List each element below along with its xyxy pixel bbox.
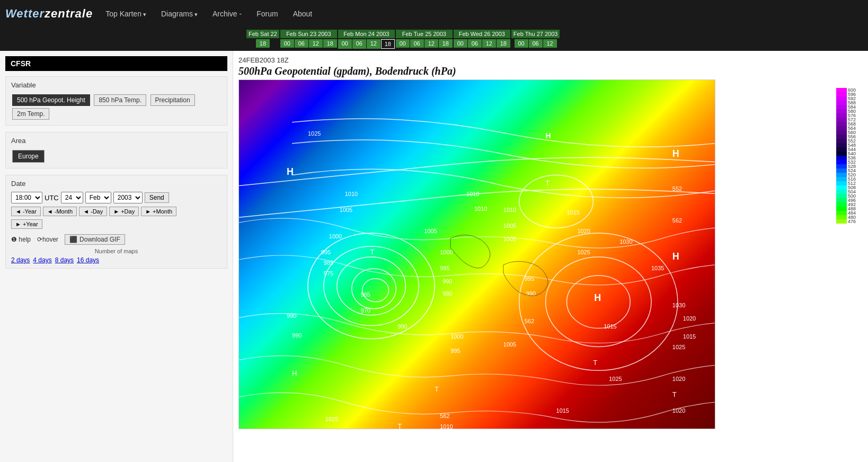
gif-icon: ⬛ bbox=[69, 236, 77, 243]
legend-color-swatch bbox=[836, 113, 847, 118]
date-section: Date 18:00 00:00 06:00 12:00 UTC 24 Feb … bbox=[5, 175, 227, 269]
8days-button[interactable]: 8 days bbox=[55, 256, 74, 264]
var-500hpa[interactable]: 500 hPa Geopot. Height bbox=[12, 94, 90, 106]
svg-text:990: 990 bbox=[442, 278, 452, 285]
timeline-hour[interactable]: 06 bbox=[352, 39, 366, 49]
timeline-hour[interactable]: 18 bbox=[497, 39, 510, 48]
timeline-hour[interactable]: 12 bbox=[424, 39, 438, 48]
var-precipitation[interactable]: Precipitation bbox=[150, 94, 195, 106]
prev-month-button[interactable]: ◄ -Month bbox=[43, 207, 77, 216]
day-select[interactable]: 24 bbox=[61, 192, 83, 203]
prev-day-button[interactable]: ◄ -Day bbox=[79, 207, 107, 216]
timeline-group: Feb Sat 2218 bbox=[246, 30, 279, 48]
nav-about[interactable]: About bbox=[286, 6, 320, 21]
legend-color-swatch bbox=[836, 198, 847, 202]
svg-text:1010: 1010 bbox=[466, 191, 479, 197]
svg-text:1015: 1015 bbox=[566, 209, 579, 216]
year-select[interactable]: 2003 bbox=[113, 192, 143, 203]
content-area: 24FEB2003 18Z 500hPa Geopotential (gpdam… bbox=[233, 51, 868, 462]
num-maps-label: Number of maps bbox=[11, 248, 222, 254]
time-select[interactable]: 18:00 00:00 06:00 12:00 bbox=[11, 192, 42, 203]
svg-text:1015: 1015 bbox=[683, 334, 696, 340]
area-section-title: Area bbox=[11, 137, 222, 145]
var-850hpa[interactable]: 850 hPa Temp. bbox=[94, 94, 146, 106]
month-select[interactable]: Feb bbox=[85, 192, 111, 203]
date-row: 18:00 00:00 06:00 12:00 UTC 24 Feb 2003 … bbox=[11, 192, 222, 203]
svg-text:970: 970 bbox=[361, 307, 370, 314]
timeline-date-label: Feb Tue 25 2003 bbox=[396, 30, 453, 38]
legend-color-swatch bbox=[836, 185, 847, 190]
nav-diagrams[interactable]: Diagrams bbox=[154, 6, 205, 21]
timeline-hour[interactable]: 00 bbox=[515, 39, 528, 48]
legend-color-swatch bbox=[836, 156, 847, 160]
legend-color-swatch bbox=[836, 109, 847, 113]
legend-value-label: 476 bbox=[848, 219, 856, 224]
timeline-hour[interactable]: 06 bbox=[529, 39, 543, 48]
weather-map[interactable]: T 965 970 H T bbox=[238, 79, 715, 429]
legend-color-swatch bbox=[836, 101, 847, 105]
svg-text:1010: 1010 bbox=[345, 191, 358, 197]
svg-text:995: 995 bbox=[440, 265, 449, 271]
timeline-hour[interactable]: 18 bbox=[256, 39, 270, 48]
timeline-hour[interactable]: 06 bbox=[410, 39, 424, 48]
next-year-button[interactable]: ► +Year bbox=[11, 219, 42, 229]
days-row: 2 days 4 days 8 days 16 days bbox=[11, 256, 222, 264]
legend-color-swatch bbox=[836, 181, 847, 185]
legend-color-swatch bbox=[836, 211, 847, 215]
download-gif-label: Download GIF bbox=[79, 236, 120, 243]
nav-buttons-row: ◄ -Year ◄ -Month ◄ -Day ► +Day ► +Month bbox=[11, 207, 222, 216]
4days-button[interactable]: 4 days bbox=[33, 256, 51, 264]
timeline-hour[interactable]: 12 bbox=[367, 39, 380, 49]
nav-forum[interactable]: Forum bbox=[249, 6, 285, 21]
next-month-button[interactable]: ► +Month bbox=[141, 207, 176, 216]
timeline-hour[interactable]: 06 bbox=[468, 39, 482, 48]
timeline-hour[interactable]: 00 bbox=[396, 39, 410, 48]
next-day-button[interactable]: ► +Day bbox=[109, 207, 139, 216]
timeline-hour[interactable]: 12 bbox=[543, 39, 557, 48]
svg-text:1025: 1025 bbox=[325, 416, 338, 422]
timeline-hour[interactable]: 00 bbox=[280, 39, 294, 48]
area-section: Area Europe bbox=[5, 132, 227, 168]
16days-button[interactable]: 16 days bbox=[77, 256, 99, 264]
send-button[interactable]: Send bbox=[145, 192, 169, 203]
timeline-hour[interactable]: 06 bbox=[295, 39, 308, 48]
svg-text:1005: 1005 bbox=[424, 228, 437, 234]
legend-color-swatch bbox=[836, 126, 847, 130]
timeline-hour[interactable]: 18 bbox=[323, 39, 337, 48]
svg-text:1030: 1030 bbox=[619, 238, 632, 245]
action-row: ❶ help ⟳hover ⬛ Download GIF bbox=[11, 234, 222, 245]
help-link[interactable]: ❶ help bbox=[11, 236, 31, 243]
timeline-hour[interactable]: 18 bbox=[381, 39, 395, 49]
timeline-hour[interactable]: 00 bbox=[338, 39, 352, 49]
area-europe[interactable]: Europe bbox=[12, 150, 45, 163]
timeline-strip: Feb Sat 2218Feb Sun 23 200300061218Feb M… bbox=[0, 28, 868, 51]
timeline-hours-row: 00061218 bbox=[454, 39, 510, 48]
2days-button[interactable]: 2 days bbox=[11, 256, 30, 264]
timeline-date-label: Feb Wed 26 2003 bbox=[454, 30, 510, 38]
svg-text:562: 562 bbox=[525, 318, 534, 324]
variable-section: Variable 500 hPa Geopot. Height 850 hPa … bbox=[5, 76, 227, 126]
timeline-hour[interactable]: 12 bbox=[482, 39, 496, 48]
svg-text:1025: 1025 bbox=[609, 376, 622, 382]
timeline-hour[interactable]: 12 bbox=[309, 39, 323, 48]
nav-archive[interactable]: Archive - bbox=[205, 6, 249, 21]
download-gif-button[interactable]: ⬛ Download GIF bbox=[65, 234, 125, 245]
cfsr-label: CFSR bbox=[5, 56, 227, 71]
hover-link[interactable]: ⟳hover bbox=[37, 236, 58, 243]
legend-color-swatch bbox=[836, 135, 847, 139]
nav-top-karten[interactable]: Top Karten bbox=[98, 6, 154, 21]
site-logo: Wetterzentrale bbox=[5, 7, 93, 21]
var-2mtemp[interactable]: 2m Temp. bbox=[12, 108, 49, 120]
legend-color-swatch bbox=[836, 219, 847, 224]
svg-text:1000: 1000 bbox=[450, 334, 463, 340]
svg-text:T: T bbox=[546, 179, 550, 187]
timeline-date-label: Feb Thu 27 2003 bbox=[511, 30, 560, 38]
legend-color-swatch bbox=[836, 168, 847, 173]
prev-year-button[interactable]: ◄ -Year bbox=[11, 207, 41, 216]
svg-text:1020: 1020 bbox=[683, 315, 696, 322]
svg-text:1010: 1010 bbox=[474, 206, 487, 212]
svg-text:1035: 1035 bbox=[651, 265, 664, 271]
timeline-hour[interactable]: 18 bbox=[439, 39, 453, 48]
timeline-hour[interactable]: 00 bbox=[454, 39, 467, 48]
svg-text:1020: 1020 bbox=[672, 376, 685, 382]
